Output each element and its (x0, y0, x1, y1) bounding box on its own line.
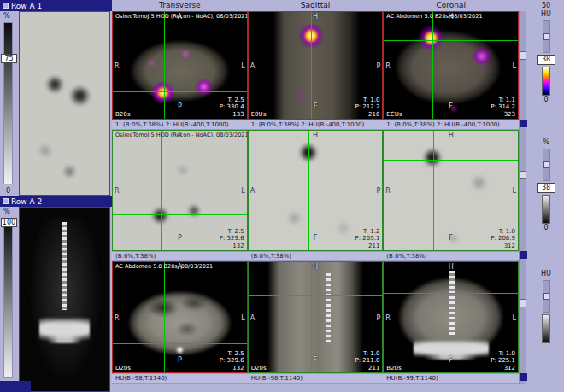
scroll-thumb[interactable] (520, 171, 526, 179)
threshold-slider[interactable] (543, 280, 550, 313)
main-image-grid: Transverse Sagittal Coronal OsirecTomoJ … (112, 0, 519, 392)
crosshair-horizontal[interactable] (384, 293, 518, 294)
frame-number: 132 (232, 243, 244, 249)
orientation-label-bottom: F (449, 356, 453, 364)
viewport-ct-sagittal[interactable]: H A P F T: 1.0 P: 211.0 D20s 211 (248, 261, 384, 373)
viewport-ct-coronal[interactable]: H R L F T: 1.0 P: 225.1 B20s 312 (383, 261, 519, 373)
crosshair-horizontal[interactable] (249, 155, 383, 155)
window-settings-strip: (B:0%,T:38%) (B:0%,T:38%) (B:0%,T:38%) (112, 251, 519, 261)
viewport-nm-sagittal[interactable]: H A P F T: 1.2 P: 205.1 211 (248, 130, 384, 251)
frame-number: 211 (368, 243, 379, 249)
threshold-slider[interactable] (543, 20, 550, 53)
corner-box (0, 381, 31, 392)
ct-display-controls: HU (530, 270, 562, 352)
orientation-label-right: P (377, 313, 381, 321)
viewport-fused-coronal[interactable]: AC Abdomen 5.0 B20s 08/03/2021 H R L F T… (383, 11, 519, 120)
window-settings-text: HU(B:-98,T:1140) (248, 374, 384, 383)
crosshair-vertical[interactable] (438, 262, 438, 372)
orientation-label-bottom: P (178, 356, 182, 364)
slider-thumb[interactable] (543, 161, 549, 168)
slice-readout: T: 2.5 P: 330.4 (220, 97, 244, 110)
viewport-ct-transverse[interactable]: AC Abdomen 5.0 B20s, 08/03/2021 A R L P … (112, 261, 248, 373)
viewport-nm-transverse[interactable]: OsirecTomoJ 5 HOD (Recon - NoAC), 08/03/… (112, 130, 248, 251)
nih-colorbar (542, 67, 550, 96)
slider-thumb[interactable] (543, 33, 549, 40)
crosshair-vertical[interactable] (164, 12, 165, 119)
window-settings-text: (B:0%,T:38%) (248, 252, 384, 260)
view-header: Transverse Sagittal Coronal (112, 0, 519, 11)
crosshair-horizontal[interactable] (384, 160, 518, 161)
crosshair-horizontal[interactable] (384, 40, 518, 41)
row-a2-gray-colorbar (3, 218, 13, 378)
orientation-label-bottom: P (178, 234, 182, 242)
orientation-label-top: H (313, 132, 318, 139)
crosshair-horizontal[interactable] (113, 214, 247, 215)
crosshair-vertical[interactable] (432, 12, 433, 119)
slice-scrollbar[interactable] (519, 11, 526, 384)
orientation-label-right: L (241, 313, 244, 321)
series-description: AC Abdomen 5.0 B20s 08/03/2021 (386, 13, 482, 20)
kernel-label: B20s (115, 111, 130, 118)
scroll-thumb[interactable] (520, 299, 526, 307)
orientation-label-left: A (250, 61, 255, 69)
orientation-label-top: H (313, 263, 318, 271)
orientation-label-right: L (513, 61, 516, 69)
orientation-label-bottom: F (314, 234, 318, 242)
orientation-label-left: R (385, 313, 391, 321)
window-settings-text: HU(B:-98,T:1140) (112, 374, 248, 383)
kernel-label: D20s (115, 365, 131, 372)
row-a1-titlebar[interactable]: Row A 1 (0, 0, 112, 11)
slice-readout: T: 1.0 P: 212.2 (355, 97, 379, 110)
gray-colorbar (542, 195, 550, 224)
crosshair-horizontal[interactable] (113, 91, 247, 92)
fused-display-controls: 50 HU 38 0 (530, 2, 562, 104)
slice-readout: T: 1.1 P: 314.2 (491, 97, 515, 110)
viewport-nm-coronal[interactable]: H R L F T: 1.0 P: 208.9 312 (383, 130, 519, 251)
viewport-fused-transverse[interactable]: OsirecTomoJ 5 HOD (Recon - NoAC), 08/03/… (112, 11, 248, 120)
scroll-position-value: 50 (530, 2, 562, 10)
window-settings-text: (B:0%,T:38%) (112, 252, 248, 260)
row-a1-upper-threshold-field[interactable]: 75 (1, 54, 17, 63)
row-a1-nm-coronal-viewport[interactable] (19, 11, 110, 196)
window-settings-text: 1: (B:0%,T:38%) 2: HU(B:-400,T:1000) (112, 120, 248, 129)
nm-coronal-thumbnail-image (19, 11, 110, 196)
scroll-thumb[interactable] (520, 51, 526, 60)
row-a2-upper-threshold-field[interactable]: 100 (1, 218, 17, 227)
crosshair-horizontal[interactable] (249, 38, 383, 38)
crosshair-vertical[interactable] (308, 131, 309, 250)
min-value-label: 0 (530, 96, 562, 104)
series-description: AC Abdomen 5.0 B20s, 08/03/2021 (115, 263, 213, 270)
crosshair-horizontal[interactable] (113, 343, 247, 344)
crosshair-vertical[interactable] (161, 131, 162, 250)
slice-readout: T: 1.0 P: 211.0 (355, 350, 379, 364)
threshold-slider[interactable] (543, 149, 550, 181)
view-label-coronal: Coronal (383, 0, 519, 11)
ct-spine-structure (449, 271, 455, 335)
crosshair-horizontal[interactable] (249, 295, 383, 296)
min-value-label (530, 343, 562, 352)
kernel-label: D20s (251, 365, 267, 372)
view-label-sagittal: Sagittal (248, 0, 384, 11)
crosshair-vertical[interactable] (311, 12, 312, 119)
slice-readout: T: 2.5 P: 329.6 (220, 228, 244, 242)
crosshair-vertical[interactable] (311, 262, 312, 372)
row-a1-body: % 75 0 (0, 11, 112, 196)
window-settings-text: 1: (B:0%,T:38%) 2: HU(B:-400,T:1000) (383, 120, 519, 129)
row-a2-title: Row A 2 (11, 196, 42, 207)
viewport-fused-sagittal[interactable]: H A P F T: 1.0 P: 212.2 E0Us 216 (248, 11, 384, 120)
orientation-label-top: H (449, 132, 454, 139)
slider-thumb[interactable] (543, 293, 549, 300)
orientation-label-bottom: F (314, 356, 318, 364)
threshold-value-field[interactable]: 38 (537, 183, 555, 193)
crosshair-vertical[interactable] (433, 131, 434, 250)
frame-number: 216 (368, 111, 379, 118)
panel-icon (3, 3, 9, 9)
nm-image-row: OsirecTomoJ 5 HOD (Recon - NoAC), 08/03/… (112, 130, 519, 251)
row-a2-ct-coronal-viewport[interactable] (19, 207, 110, 392)
crosshair-vertical[interactable] (164, 262, 165, 372)
orientation-label-left: A (250, 187, 255, 195)
threshold-value-field[interactable]: 38 (537, 55, 555, 65)
ct-spine-structure (62, 222, 67, 310)
kernel-label: E0Us (251, 111, 267, 118)
row-a2-titlebar[interactable]: Row A 2 (0, 196, 112, 207)
